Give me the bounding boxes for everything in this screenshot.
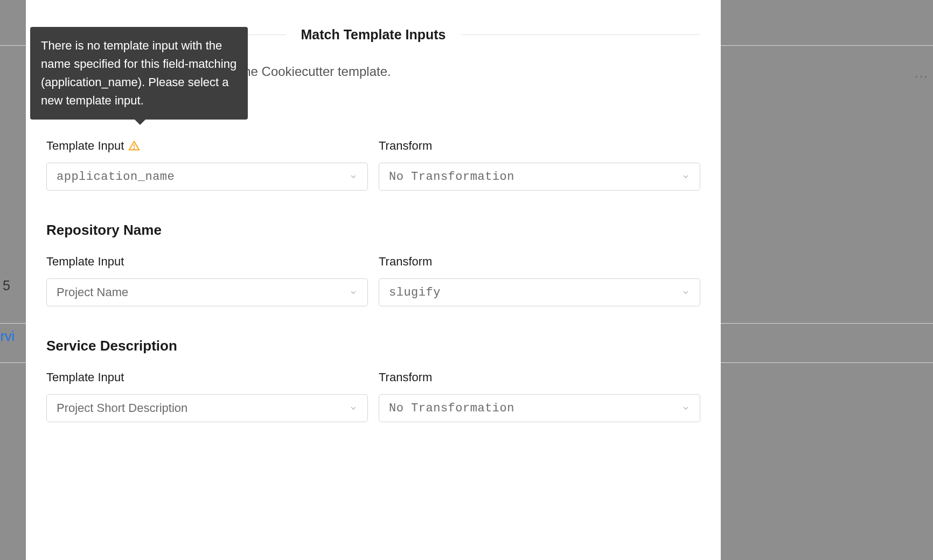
transform-column: Transform slugify (379, 255, 700, 306)
chevron-down-icon (681, 172, 690, 181)
select-value: slugify (389, 286, 441, 299)
label-text: Template Input (46, 370, 124, 384)
template-input-select[interactable]: Project Short Description (46, 394, 368, 422)
label-text: Transform (379, 255, 432, 269)
field-row: Template Input Project Short Description… (46, 370, 700, 422)
select-value: No Transformation (389, 402, 514, 415)
label-text: Transform (379, 370, 432, 384)
template-input-label: Template Input (46, 139, 368, 153)
template-input-label: Template Input (46, 255, 368, 269)
transform-select[interactable]: slugify (379, 278, 700, 306)
template-input-column: Template Input application_name (46, 139, 368, 191)
label-text: Template Input (46, 255, 124, 269)
select-value: application_name (57, 170, 175, 184)
template-input-column: Template Input Project Name (46, 255, 368, 306)
warning-icon (128, 140, 140, 152)
select-value: No Transformation (389, 170, 514, 184)
transform-column: Transform No Transformation (379, 370, 700, 422)
transform-select[interactable]: No Transformation (379, 163, 700, 191)
field-row: Template Input Project Name Transform sl… (46, 255, 700, 306)
select-value: Project Short Description (57, 401, 187, 415)
transform-select[interactable]: No Transformation (379, 394, 700, 422)
more-icon[interactable]: ... (915, 66, 929, 81)
template-input-column: Template Input Project Short Description (46, 370, 368, 422)
transform-label: Transform (379, 255, 700, 269)
template-input-select[interactable]: Project Name (46, 278, 368, 306)
chevron-down-icon (681, 404, 690, 412)
group-title: Repository Name (46, 222, 700, 239)
transform-label: Transform (379, 139, 700, 153)
section-title: Match Template Inputs (286, 27, 461, 43)
template-input-label: Template Input (46, 370, 368, 384)
group-title: Service Description (46, 338, 700, 354)
chevron-down-icon (681, 288, 690, 297)
chevron-down-icon (349, 404, 358, 412)
field-group-service-description: Service Description Template Input Proje… (46, 338, 700, 422)
backdrop-row-number: 5 (3, 278, 10, 293)
template-input-select[interactable]: application_name (46, 163, 368, 191)
field-row: Template Input application_name (46, 139, 700, 191)
warning-tooltip: There is no template input with the name… (30, 27, 248, 120)
label-text: Template Input (46, 139, 124, 153)
field-group-repository-name: Repository Name Template Input Project N… (46, 222, 700, 306)
transform-label: Transform (379, 370, 700, 384)
transform-column: Transform No Transformation (379, 139, 700, 191)
chevron-down-icon (349, 288, 358, 297)
divider (461, 34, 701, 35)
svg-point-1 (134, 148, 135, 149)
chevron-down-icon (349, 172, 358, 181)
label-text: Transform (379, 139, 432, 153)
backdrop-link[interactable]: Servi (0, 328, 15, 344)
select-value: Project Name (57, 285, 128, 299)
